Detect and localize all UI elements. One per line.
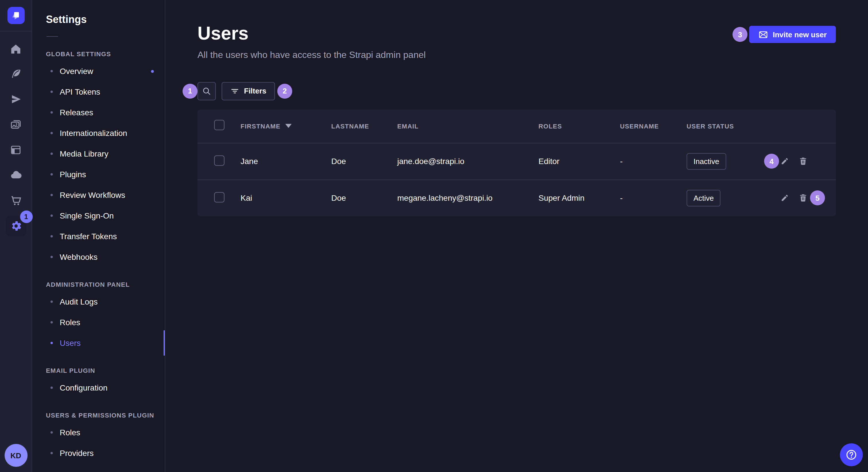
- edit-user-button[interactable]: [780, 157, 789, 166]
- section-label-users-permissions-plugin: USERS & PERMISSIONS PLUGIN: [46, 412, 165, 419]
- cell-lastname: Doe: [331, 194, 397, 203]
- annotation-badge-3: 3: [733, 27, 747, 42]
- sidebar-item-releases[interactable]: Releases: [32, 102, 165, 123]
- bullet-icon: [51, 386, 53, 389]
- strapi-admin-settings-users: 1 KD Settings GLOBAL SETTINGS Overview A…: [0, 0, 868, 472]
- sidebar-item-single-sign-on[interactable]: Single Sign-On: [32, 205, 165, 226]
- home-icon: [10, 43, 22, 55]
- status-badge: Inactive: [687, 153, 726, 170]
- annotation-badge-5: 5: [810, 191, 825, 206]
- sidebar-title: Settings: [46, 14, 165, 26]
- strapi-logo-icon: [10, 10, 22, 21]
- cell-email: megane.lacheny@strapi.io: [397, 194, 538, 203]
- sidebar-item-admin-users[interactable]: Users: [32, 333, 165, 353]
- invite-button-label: Invite new user: [773, 30, 827, 39]
- row-actions: 5: [767, 180, 836, 216]
- bullet-icon: [51, 342, 53, 344]
- sidebar-item-review-workflows[interactable]: Review Workflows: [32, 185, 165, 205]
- bullet-icon: [51, 214, 53, 217]
- nav-home-button[interactable]: [6, 39, 26, 59]
- pencil-icon: [780, 194, 789, 203]
- annotation-badge-1: 1: [183, 84, 197, 99]
- section-label-email-plugin: EMAIL PLUGIN: [46, 367, 165, 374]
- section-label-administration-panel: ADMINISTRATION PANEL: [46, 281, 165, 288]
- pencil-icon: [780, 157, 789, 166]
- cell-username: -: [620, 194, 687, 203]
- filters-button-label: Filters: [244, 87, 267, 96]
- cell-username: -: [620, 157, 687, 166]
- layout-icon: [10, 144, 22, 156]
- cart-icon: [10, 194, 22, 206]
- trash-icon: [799, 194, 808, 203]
- column-header-lastname[interactable]: LASTNAME: [331, 123, 397, 130]
- images-icon: [10, 119, 22, 131]
- column-header-username[interactable]: USERNAME: [620, 123, 687, 130]
- cell-roles: Editor: [538, 157, 620, 166]
- strapi-logo[interactable]: [7, 7, 24, 24]
- cloud-icon: [9, 169, 22, 181]
- edit-user-button[interactable]: [780, 194, 789, 203]
- status-badge: Active: [687, 190, 721, 206]
- bullet-icon: [51, 173, 53, 175]
- row-checkbox[interactable]: [214, 156, 224, 166]
- delete-user-button[interactable]: [799, 157, 808, 166]
- search-button[interactable]: [197, 82, 216, 100]
- nav-deploy-button[interactable]: [6, 165, 26, 185]
- sidebar-item-plugins[interactable]: Plugins: [32, 164, 165, 185]
- row-actions: 4: [767, 143, 836, 179]
- sidebar-item-transfer-tokens[interactable]: Transfer Tokens: [32, 226, 165, 247]
- column-header-roles[interactable]: ROLES: [538, 123, 620, 130]
- main-nav-rail: 1 KD: [0, 0, 32, 472]
- nav-media-library-button[interactable]: [6, 115, 26, 134]
- row-checkbox[interactable]: [214, 192, 224, 202]
- nav-content-type-builder-button[interactable]: [6, 140, 26, 160]
- table-header-row: FIRSTNAME LASTNAME EMAIL ROLES USERNAME …: [197, 109, 836, 143]
- column-header-email[interactable]: EMAIL: [397, 123, 538, 130]
- header-actions: 3 Invite new user: [733, 26, 836, 43]
- bullet-icon: [51, 256, 53, 258]
- users-table: FIRSTNAME LASTNAME EMAIL ROLES USERNAME …: [197, 109, 836, 216]
- bullet-icon: [51, 132, 53, 134]
- select-all-checkbox[interactable]: [214, 120, 224, 131]
- bullet-icon: [51, 301, 53, 303]
- sidebar-item-media-library[interactable]: Media Library: [32, 143, 165, 164]
- annotation-badge-4: 4: [764, 154, 779, 169]
- sidebar-item-api-tokens[interactable]: API Tokens: [32, 81, 165, 102]
- administration-panel-list: Audit Logs Roles Users: [32, 291, 165, 353]
- bullet-icon: [51, 321, 53, 324]
- notification-dot: [151, 70, 154, 72]
- delete-user-button[interactable]: [799, 194, 808, 203]
- annotation-badge-2: 2: [277, 84, 292, 99]
- cell-email: jane.doe@strapi.io: [397, 157, 538, 166]
- sidebar-item-internationalization[interactable]: Internationalization: [32, 123, 165, 143]
- sidebar-item-email-configuration[interactable]: Configuration: [32, 377, 165, 398]
- sidebar-item-audit-logs[interactable]: Audit Logs: [32, 291, 165, 312]
- email-plugin-list: Configuration: [32, 377, 165, 398]
- invite-new-user-button[interactable]: Invite new user: [749, 26, 836, 43]
- column-header-firstname[interactable]: FIRSTNAME: [241, 123, 331, 130]
- nav-releases-button[interactable]: [6, 90, 26, 109]
- table-row-jane-doe[interactable]: Jane Doe jane.doe@strapi.io Editor - Ina…: [197, 143, 836, 179]
- cell-roles: Super Admin: [538, 194, 620, 203]
- sidebar-item-admin-roles[interactable]: Roles: [32, 312, 165, 333]
- table-toolbar: 1 Filters 2: [197, 82, 836, 100]
- sidebar-item-up-providers[interactable]: Providers: [32, 443, 165, 463]
- nav-settings-button[interactable]: 1: [5, 216, 26, 236]
- sidebar-item-webhooks[interactable]: Webhooks: [32, 247, 165, 267]
- table-row-kai-doe[interactable]: Kai Doe megane.lacheny@strapi.io Super A…: [197, 179, 836, 216]
- sidebar-item-overview[interactable]: Overview: [32, 61, 165, 81]
- section-label-global-settings: GLOBAL SETTINGS: [46, 50, 165, 57]
- filters-button[interactable]: Filters: [222, 82, 275, 100]
- nav-marketplace-button[interactable]: [6, 191, 26, 210]
- bullet-icon: [51, 194, 53, 196]
- rail-logo-area: [0, 0, 32, 32]
- cell-lastname: Doe: [331, 157, 397, 166]
- user-avatar[interactable]: KD: [4, 444, 27, 467]
- nav-content-manager-button[interactable]: [6, 64, 26, 84]
- help-button[interactable]: [840, 443, 863, 466]
- column-header-user-status[interactable]: USER STATUS: [687, 123, 767, 130]
- search-icon: [202, 86, 212, 96]
- envelope-icon: [758, 30, 768, 39]
- sidebar-item-up-roles[interactable]: Roles: [32, 422, 165, 443]
- sort-descending-icon: [285, 124, 291, 128]
